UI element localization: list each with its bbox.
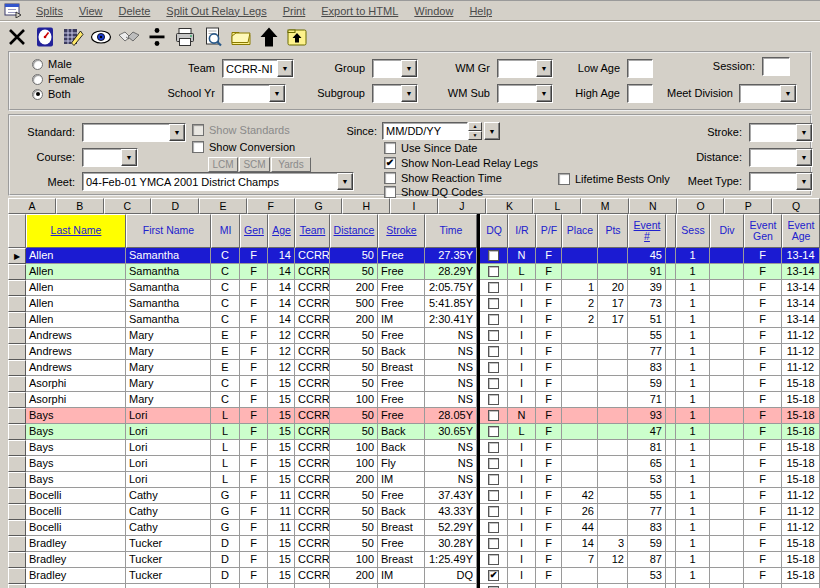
col-header-event-gen[interactable]: EventGen [744,214,782,248]
col-header-age[interactable]: Age [268,214,295,248]
menu-item-help[interactable]: Help [469,5,492,17]
table-row[interactable]: BocelliCathyGF11CCRR50Breast52.29YIF4483… [8,520,820,536]
row-selector[interactable] [8,440,26,456]
toolbar-button-folder-up[interactable] [284,24,309,49]
spin-up-icon[interactable]: ▲ [468,122,482,131]
dq-checkbox[interactable] [488,378,499,389]
dq-checkbox[interactable] [488,554,499,565]
lcm-button[interactable]: LCM [208,157,238,172]
table-row[interactable]: AllenSamanthaCF14CCRR500Free5:41.85YIF21… [8,296,820,312]
table-row[interactable]: BaysLoriLF15CCRR100BackNSIF811F15-18 [8,440,820,456]
col-header-sess[interactable]: Sess [676,214,710,248]
table-row[interactable]: AsorphiMaryCF15CCRR100FreeNSIF711F15-18 [8,392,820,408]
col-header-i-r[interactable]: I/R [508,214,536,248]
chevron-down-icon[interactable]: ▼ [121,149,137,166]
row-selector[interactable] [8,328,26,344]
menu-item-export-to-html[interactable]: Export to HTML [321,5,398,17]
table-row[interactable] [8,584,820,588]
dq-checkbox[interactable] [488,538,499,549]
menu-item-window[interactable]: Window [414,5,453,17]
row-selector[interactable] [8,296,26,312]
since-date-control[interactable]: MM/DD/YY ▲▼ ▼ [382,122,500,140]
table-row[interactable]: AndrewsMaryEF12CCRR50FreeNSIF551F11-12 [8,328,820,344]
col-header-last-name[interactable]: Last Name [26,214,126,248]
toolbar-button-preview[interactable] [200,24,225,49]
dq-checkbox[interactable] [488,330,499,341]
row-selector[interactable] [8,344,26,360]
distance-combo[interactable]: ▼ [749,148,813,167]
row-selector[interactable] [8,424,26,440]
dq-checkbox[interactable] [488,346,499,357]
row-selector[interactable] [8,504,26,520]
menu-item-view[interactable]: View [79,5,103,17]
dq-checkbox[interactable] [488,458,499,469]
group-combo[interactable]: ▼ [372,59,418,78]
toolbar-button-print[interactable] [172,24,197,49]
chevron-down-icon[interactable]: ▼ [337,173,353,190]
col-header-first-name[interactable]: First Name [126,214,211,248]
meet-combo[interactable]: 04-Feb-01 YMCA 2001 District Champs▼ [82,172,354,191]
chevron-down-icon[interactable]: ▼ [401,85,417,102]
col-header-spacer[interactable] [666,214,676,248]
col-header-gen[interactable]: Gen [240,214,268,248]
col-header-place[interactable]: Place [562,214,598,248]
row-selector[interactable] [8,488,26,504]
dq-checkbox[interactable] [488,282,499,293]
toolbar-button-close[interactable] [4,24,29,49]
since-date-value[interactable]: MM/DD/YY [382,122,468,140]
dq-checkbox[interactable] [488,522,499,533]
col-header-stroke[interactable]: Stroke [378,214,425,248]
school-yr-combo[interactable]: ▼ [222,84,286,103]
dq-checkbox[interactable] [488,362,499,373]
row-selector[interactable] [8,376,26,392]
col-header-pts[interactable]: Pts [598,214,628,248]
col-header-distance[interactable]: Distance [330,214,378,248]
dq-checkbox[interactable] [488,570,499,581]
table-row[interactable]: BocelliCathyGF11CCRR50Free37.43YIF42551F… [8,488,820,504]
row-selector[interactable] [8,360,26,376]
radio-female[interactable]: Female [32,73,85,85]
dq-checkbox[interactable] [488,266,499,277]
wm-sub-combo[interactable]: ▼ [497,84,553,103]
row-selector[interactable] [8,520,26,536]
row-selector[interactable] [8,456,26,472]
chevron-down-icon[interactable]: ▼ [536,85,552,102]
dq-checkbox[interactable] [488,474,499,485]
chevron-down-icon[interactable]: ▼ [277,60,293,77]
show-dq-codes-checkbox[interactable]: Show DQ Codes [384,186,483,198]
toolbar-button-up[interactable] [256,24,281,49]
col-header-team[interactable]: Team [295,214,330,248]
table-row[interactable]: BaysLoriLF15CCRR50Free28.05YNF931F15-18 [8,408,820,424]
dq-checkbox[interactable] [488,506,499,517]
chevron-down-icon[interactable]: ▼ [796,124,812,141]
dq-checkbox[interactable] [488,250,499,261]
row-selector[interactable] [8,312,26,328]
col-header-mi[interactable]: MI [211,214,240,248]
low-age-field[interactable] [627,59,653,78]
row-selector[interactable] [8,584,26,588]
menu-item-delete[interactable]: Delete [119,5,151,17]
table-row[interactable]: AsorphiMaryCF15CCRR50FreeNSIF591F15-18 [8,376,820,392]
session-field[interactable] [762,57,790,76]
course-combo[interactable]: ▼ [82,148,138,167]
table-row[interactable]: BaysLoriLF15CCRR100FlyNSIF651F15-18 [8,456,820,472]
chevron-down-icon[interactable]: ▼ [780,85,796,102]
table-row[interactable]: AndrewsMaryEF12CCRR50BackNSIF771F11-12 [8,344,820,360]
row-selector[interactable] [8,408,26,424]
toolbar-button-handshake[interactable] [116,24,141,49]
use-since-date-checkbox[interactable]: Use Since Date [384,142,477,154]
row-selector[interactable] [8,392,26,408]
spin-down-icon[interactable]: ▼ [468,131,482,140]
chevron-down-icon[interactable]: ▼ [484,122,500,140]
row-selector[interactable] [8,264,26,280]
menu-item-print[interactable]: Print [283,5,306,17]
chevron-down-icon[interactable]: ▼ [169,124,185,141]
table-row[interactable]: AllenSamanthaCF14CCRR200Free2:05.75YIF12… [8,280,820,296]
standard-combo[interactable]: ▼ [82,123,186,142]
table-row[interactable]: BocelliCathyGF11CCRR50Back43.33YIF26771F… [8,504,820,520]
show-reaction-checkbox[interactable]: Show Reaction Time [384,172,502,184]
menu-item-split-out-relay-legs[interactable]: Split Out Relay Legs [166,5,266,17]
show-standards-checkbox[interactable]: Show Standards [192,124,290,136]
yards-button[interactable]: Yards [271,157,311,172]
dq-checkbox[interactable] [488,298,499,309]
